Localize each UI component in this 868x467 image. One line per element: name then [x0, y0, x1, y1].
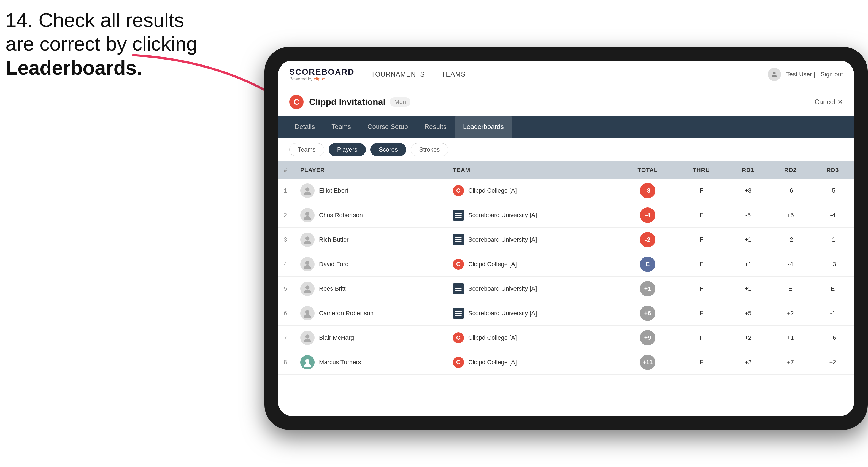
team-icon-scoreboard — [453, 234, 464, 245]
player-avatar — [300, 282, 315, 296]
row-thru: F — [676, 227, 727, 252]
player-avatar — [300, 208, 315, 222]
row-thru: F — [676, 179, 727, 203]
row-rd2: E — [769, 277, 811, 301]
table-row: 7 Blair McHarg C Clippd College [A] +9 F… — [278, 326, 854, 350]
team-icon-scoreboard — [453, 308, 464, 319]
row-team: C Clippd College [A] — [447, 326, 620, 350]
svg-point-4 — [306, 237, 309, 240]
tournament-header: C Clippd Invitational Men Cancel ✕ — [278, 88, 854, 116]
row-rank: 6 — [278, 301, 295, 326]
col-thru: THRU — [676, 161, 727, 179]
svg-point-5 — [306, 261, 309, 265]
row-total: +1 — [620, 277, 676, 301]
row-thru: F — [676, 350, 727, 375]
col-rank: # — [278, 161, 295, 179]
row-player: Elliot Ebert — [295, 179, 447, 203]
row-rd3: E — [811, 277, 854, 301]
row-rd1: +5 — [727, 301, 769, 326]
table-row: 1 Elliot Ebert C Clippd College [A] -8 F… — [278, 179, 854, 203]
logo-text: SCOREBOARD — [289, 67, 354, 76]
cancel-button[interactable]: Cancel ✕ — [814, 98, 843, 106]
row-thru: F — [676, 277, 727, 301]
row-total: +9 — [620, 326, 676, 350]
player-avatar — [300, 355, 315, 370]
tab-bar: Details Teams Course Setup Results Leade… — [278, 116, 854, 138]
svg-point-1 — [773, 72, 775, 74]
row-rd3: -4 — [811, 203, 854, 227]
team-icon-clippd: C — [453, 357, 464, 368]
player-avatar — [300, 232, 315, 247]
player-avatar — [300, 257, 315, 271]
leaderboard-table: # PLAYER TEAM TOTAL THRU RD1 RD2 RD3 1 — [278, 161, 854, 416]
row-player: Cameron Robertson — [295, 301, 447, 326]
table-row: 6 Cameron Robertson Scoreboard Universit… — [278, 301, 854, 326]
row-rd3: +3 — [811, 252, 854, 277]
tablet-frame: SCOREBOARD Powered by clippd TOURNAMENTS… — [265, 47, 868, 430]
row-rank: 2 — [278, 203, 295, 227]
row-total: +11 — [620, 350, 676, 375]
row-rd1: -5 — [727, 203, 769, 227]
row-player: Rees Britt — [295, 277, 447, 301]
row-rd2: +2 — [769, 301, 811, 326]
row-total: -4 — [620, 203, 676, 227]
tablet-screen: SCOREBOARD Powered by clippd TOURNAMENTS… — [278, 61, 854, 416]
row-rank: 1 — [278, 179, 295, 203]
logo-sub: Powered by clippd — [289, 76, 354, 82]
row-total: -8 — [620, 179, 676, 203]
row-team: Scoreboard University [A] — [447, 203, 620, 227]
row-player: Chris Robertson — [295, 203, 447, 227]
filter-teams[interactable]: Teams — [289, 143, 324, 156]
filter-bar: Teams Players Scores Strokes — [278, 138, 854, 161]
row-thru: F — [676, 252, 727, 277]
row-rank: 4 — [278, 252, 295, 277]
svg-point-7 — [306, 310, 309, 314]
svg-point-9 — [306, 359, 309, 363]
table-row: 5 Rees Britt Scoreboard University [A] +… — [278, 277, 854, 301]
team-icon-scoreboard — [453, 283, 464, 294]
row-rd2: -2 — [769, 227, 811, 252]
team-icon-clippd: C — [453, 259, 464, 270]
team-icon-clippd: C — [453, 332, 464, 343]
filter-scores[interactable]: Scores — [370, 143, 406, 156]
col-total: TOTAL — [620, 161, 676, 179]
col-rd3: RD3 — [811, 161, 854, 179]
row-rank: 7 — [278, 326, 295, 350]
svg-point-8 — [306, 335, 309, 338]
row-rd3: +6 — [811, 326, 854, 350]
tab-course-setup[interactable]: Course Setup — [359, 116, 416, 138]
row-rd1: +1 — [727, 227, 769, 252]
nav-tournaments[interactable]: TOURNAMENTS — [371, 70, 425, 78]
tab-details[interactable]: Details — [286, 116, 323, 138]
row-total: +6 — [620, 301, 676, 326]
row-team: Scoreboard University [A] — [447, 301, 620, 326]
tab-results[interactable]: Results — [416, 116, 455, 138]
tab-leaderboards[interactable]: Leaderboards — [455, 116, 512, 138]
filter-strokes[interactable]: Strokes — [411, 143, 448, 156]
row-rd2: -6 — [769, 179, 811, 203]
row-total: -2 — [620, 227, 676, 252]
svg-point-6 — [306, 285, 309, 289]
nav-right: Test User | Sign out — [768, 68, 843, 81]
nav-links: TOURNAMENTS TEAMS — [371, 70, 768, 78]
row-player: Marcus Turners — [295, 350, 447, 375]
filter-players[interactable]: Players — [329, 143, 366, 156]
row-rd3: -1 — [811, 301, 854, 326]
table-row: 4 David Ford C Clippd College [A] E F +1… — [278, 252, 854, 277]
team-icon-clippd: C — [453, 185, 464, 196]
row-player: David Ford — [295, 252, 447, 277]
row-player: Rich Butler — [295, 227, 447, 252]
row-rd3: -1 — [811, 227, 854, 252]
row-thru: F — [676, 326, 727, 350]
tab-teams[interactable]: Teams — [323, 116, 359, 138]
svg-point-3 — [306, 212, 309, 216]
user-name: Test User | — [786, 71, 815, 78]
row-rd1: +3 — [727, 179, 769, 203]
team-icon-scoreboard — [453, 210, 464, 221]
table-row: 3 Rich Butler Scoreboard University [A] … — [278, 227, 854, 252]
nav-teams[interactable]: TEAMS — [441, 70, 466, 78]
col-player: PLAYER — [295, 161, 447, 179]
sign-out-link[interactable]: Sign out — [820, 71, 843, 78]
row-team: Scoreboard University [A] — [447, 277, 620, 301]
row-team: C Clippd College [A] — [447, 350, 620, 375]
